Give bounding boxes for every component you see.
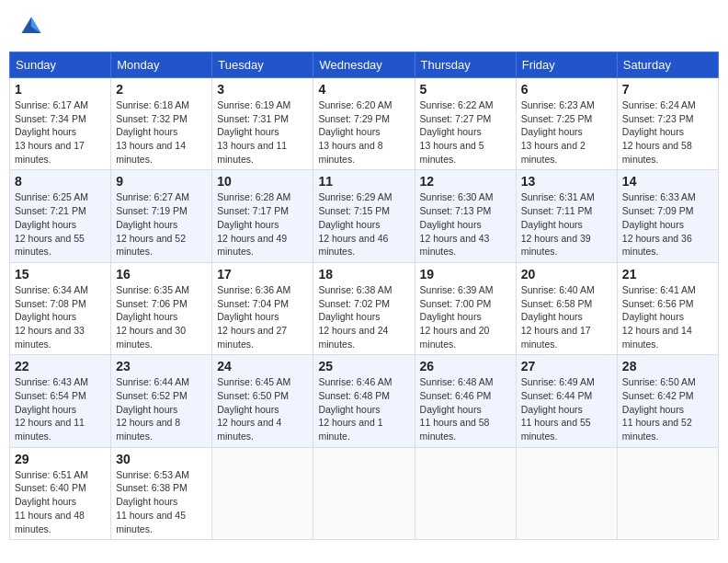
daylight-label: Daylight hours (15, 311, 76, 322)
day-info: Sunrise: 6:48 AM Sunset: 6:46 PM Dayligh… (420, 375, 511, 442)
day-info: Sunrise: 6:33 AM Sunset: 7:09 PM Dayligh… (622, 190, 713, 258)
sunset-label: Sunset: 6:54 PM (15, 390, 86, 401)
day-info: Sunrise: 6:44 AM Sunset: 6:52 PM Dayligh… (116, 375, 207, 442)
sunset-label: Sunset: 7:08 PM (15, 298, 86, 309)
daylight-label: Daylight hours (521, 219, 583, 230)
daylight-label: Daylight hours (116, 496, 177, 507)
daylight-value: 13 hours and 8 minutes. (318, 140, 382, 165)
sunset-label: Sunset: 7:04 PM (217, 298, 289, 309)
logo-icon (18, 14, 44, 40)
calendar-cell (212, 447, 313, 539)
sunrise-label: Sunrise: 6:27 AM (116, 191, 189, 202)
calendar-header-row: SundayMondayTuesdayWednesdayThursdayFrid… (10, 52, 719, 78)
daylight-value: 12 hours and 11 minutes. (15, 417, 85, 442)
sunrise-label: Sunrise: 6:17 AM (15, 99, 88, 110)
daylight-value: 12 hours and 43 minutes. (420, 233, 490, 258)
sunrise-label: Sunrise: 6:33 AM (622, 191, 696, 202)
sunset-label: Sunset: 7:19 PM (116, 205, 188, 216)
day-number: 15 (15, 267, 106, 282)
day-info: Sunrise: 6:23 AM Sunset: 7:25 PM Dayligh… (521, 98, 612, 166)
daylight-value: 13 hours and 5 minutes. (420, 140, 484, 165)
day-number: 12 (420, 174, 511, 189)
day-number: 16 (116, 267, 207, 282)
sunset-label: Sunset: 7:25 PM (521, 113, 593, 124)
sunrise-label: Sunrise: 6:45 AM (217, 376, 290, 387)
day-number: 30 (116, 452, 207, 466)
day-number: 19 (420, 267, 511, 282)
day-number: 26 (420, 359, 511, 373)
calendar-cell: 18 Sunrise: 6:38 AM Sunset: 7:02 PM Dayl… (313, 262, 415, 354)
day-info: Sunrise: 6:19 AM Sunset: 7:31 PM Dayligh… (217, 98, 308, 166)
daylight-label: Daylight hours (116, 219, 177, 230)
daylight-label: Daylight hours (15, 404, 76, 415)
weekday-header-thursday: Thursday (415, 52, 516, 78)
day-info: Sunrise: 6:40 AM Sunset: 6:58 PM Dayligh… (521, 283, 612, 350)
calendar-cell: 30 Sunrise: 6:53 AM Sunset: 6:38 PM Dayl… (111, 447, 212, 539)
day-number: 4 (318, 82, 409, 97)
day-info: Sunrise: 6:22 AM Sunset: 7:27 PM Dayligh… (420, 98, 511, 166)
sunrise-label: Sunrise: 6:38 AM (318, 284, 392, 295)
daylight-value: 12 hours and 46 minutes. (318, 233, 388, 258)
day-number: 28 (622, 359, 713, 373)
calendar-cell: 26 Sunrise: 6:48 AM Sunset: 6:46 PM Dayl… (415, 355, 516, 447)
daylight-value: 12 hours and 8 minutes. (116, 417, 180, 442)
calendar-cell: 21 Sunrise: 6:41 AM Sunset: 6:56 PM Dayl… (617, 262, 718, 354)
sunrise-label: Sunrise: 6:29 AM (318, 191, 392, 202)
daylight-value: 12 hours and 14 minutes. (622, 325, 692, 350)
sunrise-label: Sunrise: 6:39 AM (420, 284, 494, 295)
calendar-cell: 19 Sunrise: 6:39 AM Sunset: 7:00 PM Dayl… (415, 262, 516, 354)
sunset-label: Sunset: 7:31 PM (217, 113, 289, 124)
daylight-value: 12 hours and 30 minutes. (116, 325, 186, 350)
day-number: 29 (15, 452, 106, 466)
calendar-cell: 7 Sunrise: 6:24 AM Sunset: 7:23 PM Dayli… (617, 78, 718, 170)
day-info: Sunrise: 6:51 AM Sunset: 6:40 PM Dayligh… (15, 468, 106, 535)
day-number: 14 (622, 174, 713, 189)
calendar-week-row: 1 Sunrise: 6:17 AM Sunset: 7:34 PM Dayli… (10, 78, 719, 170)
page-header (9, 9, 719, 44)
daylight-value: 13 hours and 2 minutes. (521, 140, 586, 165)
day-number: 17 (217, 267, 308, 282)
calendar-cell: 15 Sunrise: 6:34 AM Sunset: 7:08 PM Dayl… (10, 262, 111, 354)
calendar-cell: 1 Sunrise: 6:17 AM Sunset: 7:34 PM Dayli… (10, 78, 111, 170)
calendar-week-row: 29 Sunrise: 6:51 AM Sunset: 6:40 PM Dayl… (10, 447, 719, 539)
sunrise-label: Sunrise: 6:46 AM (318, 376, 392, 387)
daylight-label: Daylight hours (15, 219, 76, 230)
day-info: Sunrise: 6:20 AM Sunset: 7:29 PM Dayligh… (318, 98, 409, 166)
calendar-cell: 16 Sunrise: 6:35 AM Sunset: 7:06 PM Dayl… (111, 262, 212, 354)
sunset-label: Sunset: 6:52 PM (116, 390, 188, 401)
calendar-cell: 25 Sunrise: 6:46 AM Sunset: 6:48 PM Dayl… (313, 355, 415, 447)
sunset-label: Sunset: 7:21 PM (15, 205, 86, 216)
daylight-label: Daylight hours (521, 404, 583, 415)
daylight-label: Daylight hours (521, 126, 583, 137)
day-info: Sunrise: 6:43 AM Sunset: 6:54 PM Dayligh… (15, 375, 106, 442)
sunrise-label: Sunrise: 6:18 AM (116, 99, 189, 110)
day-info: Sunrise: 6:49 AM Sunset: 6:44 PM Dayligh… (521, 375, 612, 442)
day-info: Sunrise: 6:30 AM Sunset: 7:13 PM Dayligh… (420, 190, 511, 258)
sunset-label: Sunset: 7:23 PM (622, 113, 694, 124)
daylight-value: 11 hours and 48 minutes. (15, 510, 85, 534)
calendar-cell: 20 Sunrise: 6:40 AM Sunset: 6:58 PM Dayl… (516, 262, 617, 354)
daylight-value: 11 hours and 55 minutes. (521, 417, 591, 442)
calendar-cell: 5 Sunrise: 6:22 AM Sunset: 7:27 PM Dayli… (415, 78, 516, 170)
day-info: Sunrise: 6:31 AM Sunset: 7:11 PM Dayligh… (521, 190, 612, 258)
day-number: 13 (521, 174, 612, 189)
sunrise-label: Sunrise: 6:28 AM (217, 191, 290, 202)
daylight-label: Daylight hours (318, 404, 380, 415)
sunset-label: Sunset: 6:58 PM (521, 298, 593, 309)
calendar-week-row: 22 Sunrise: 6:43 AM Sunset: 6:54 PM Dayl… (10, 355, 719, 447)
calendar-cell: 2 Sunrise: 6:18 AM Sunset: 7:32 PM Dayli… (111, 78, 212, 170)
sunrise-label: Sunrise: 6:44 AM (116, 376, 189, 387)
daylight-label: Daylight hours (420, 311, 482, 322)
day-info: Sunrise: 6:53 AM Sunset: 6:38 PM Dayligh… (116, 468, 207, 535)
sunrise-label: Sunrise: 6:50 AM (622, 376, 696, 387)
day-info: Sunrise: 6:29 AM Sunset: 7:15 PM Dayligh… (318, 190, 409, 258)
sunrise-label: Sunrise: 6:49 AM (521, 376, 595, 387)
daylight-label: Daylight hours (15, 126, 76, 137)
sunset-label: Sunset: 6:40 PM (15, 482, 86, 493)
sunset-label: Sunset: 7:17 PM (217, 205, 289, 216)
sunset-label: Sunset: 6:38 PM (116, 482, 188, 493)
calendar-cell: 14 Sunrise: 6:33 AM Sunset: 7:09 PM Dayl… (617, 170, 718, 262)
day-number: 8 (15, 174, 106, 189)
sunrise-label: Sunrise: 6:36 AM (217, 284, 290, 295)
sunset-label: Sunset: 6:42 PM (622, 390, 694, 401)
